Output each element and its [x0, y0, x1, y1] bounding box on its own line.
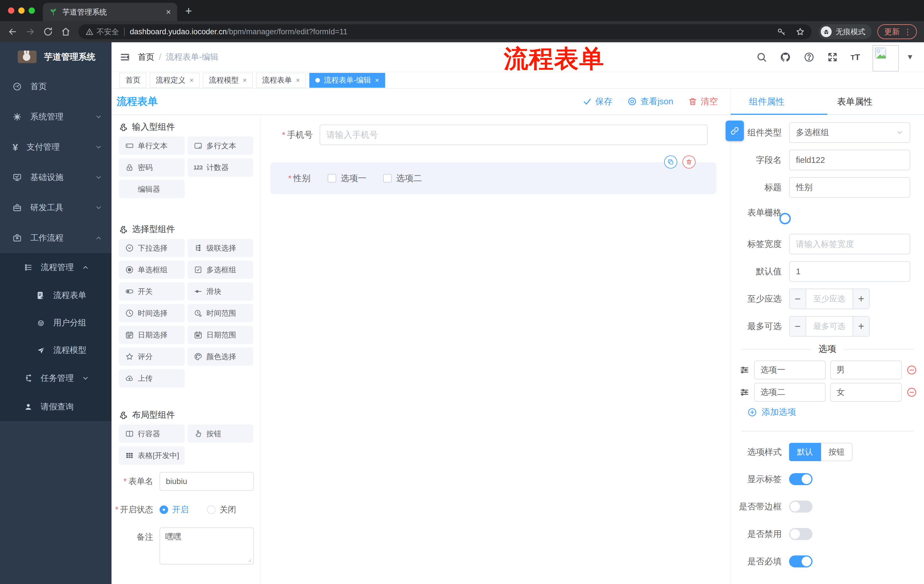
label-width-input[interactable]	[789, 234, 910, 254]
save-button[interactable]: 保存	[582, 96, 612, 107]
phone-input[interactable]	[320, 125, 708, 145]
avatar-caret-icon[interactable]: ▼	[906, 53, 914, 61]
disabled-switch[interactable]	[789, 528, 812, 540]
component-editor[interactable]: 编辑器	[119, 180, 185, 198]
checkbox-box[interactable]	[383, 174, 392, 183]
tab-form-props[interactable]: 表单属性	[837, 89, 873, 115]
window-zoom-button[interactable]	[29, 7, 35, 14]
style-default-button[interactable]: 默认	[789, 443, 821, 461]
component-cascader[interactable]: 级联选择	[188, 239, 253, 257]
sidebar-item-system[interactable]: 系统管理	[0, 102, 112, 132]
required-switch[interactable]	[789, 555, 812, 568]
view-json-button[interactable]: 查看json	[627, 96, 673, 107]
sidebar-item-user-group[interactable]: 用户分组	[0, 309, 112, 337]
remove-option-button[interactable]	[906, 387, 917, 398]
show-label-switch[interactable]	[789, 473, 812, 485]
plus-button[interactable]: +	[853, 289, 869, 309]
view-tab-process-definition[interactable]: 流程定义×	[150, 73, 200, 88]
component-time-range[interactable]: 时间范围	[188, 304, 253, 322]
gender-option-2[interactable]: 选项二	[383, 173, 422, 184]
view-tab-process-form[interactable]: 流程表单×	[256, 73, 306, 88]
tab-close-icon[interactable]: ×	[296, 76, 300, 84]
sidebar-item-process-model[interactable]: 流程模型	[0, 337, 112, 364]
sidebar-item-payment[interactable]: ¥ 支付管理	[0, 132, 112, 162]
avatar[interactable]	[873, 45, 899, 71]
title-input[interactable]	[789, 177, 910, 198]
help-icon[interactable]	[804, 52, 815, 63]
component-date-range[interactable]: 日期范围	[188, 326, 253, 344]
sidebar-item-devtools[interactable]: 研发工具	[0, 192, 112, 223]
back-icon[interactable]	[7, 26, 18, 37]
forward-icon[interactable]	[25, 26, 35, 37]
component-color[interactable]: 颜色选择	[188, 347, 253, 366]
min-select-placeholder[interactable]: 至少应选	[806, 289, 853, 309]
view-tab-process-form-edit[interactable]: 流程表单-编辑×	[309, 73, 385, 88]
style-button-button[interactable]: 按钮	[821, 443, 853, 461]
fullscreen-icon[interactable]	[827, 52, 838, 63]
resize-grip-icon[interactable]	[247, 558, 252, 562]
search-icon[interactable]	[756, 52, 767, 63]
delete-field-button[interactable]	[682, 155, 696, 169]
sidebar-item-process-form[interactable]: 流程表单	[0, 282, 112, 309]
sidebar-logo[interactable]: 芋道管理系统	[0, 42, 112, 71]
option-value-input[interactable]	[830, 360, 902, 380]
reload-icon[interactable]	[43, 26, 53, 37]
component-button[interactable]: 按钮	[188, 424, 253, 443]
remove-option-button[interactable]	[906, 365, 917, 375]
option-name-input[interactable]	[754, 383, 826, 402]
field-name-input[interactable]	[789, 150, 910, 170]
tab-close-icon[interactable]: ×	[243, 76, 247, 84]
security-label[interactable]: 不安全	[97, 27, 119, 37]
plus-button[interactable]: +	[853, 317, 869, 336]
sidebar-item-home[interactable]: 首页	[0, 71, 112, 102]
github-icon[interactable]	[780, 51, 791, 63]
component-single-text[interactable]: 单行文本	[119, 137, 185, 155]
breadcrumb-home[interactable]: 首页	[138, 51, 154, 63]
tab-close-icon[interactable]: ×	[166, 7, 171, 17]
component-date[interactable]: 日期选择	[119, 326, 185, 344]
component-multi-text[interactable]: 多行文本	[188, 137, 253, 155]
component-checkbox-group[interactable]: 多选框组	[188, 261, 253, 279]
component-table[interactable]: 表格[开发中]	[119, 446, 185, 465]
view-tab-home[interactable]: 首页	[119, 73, 146, 88]
add-option-button[interactable]: 添加选项	[747, 406, 796, 418]
drag-handle-icon[interactable]	[739, 365, 750, 375]
component-rate[interactable]: 评分	[119, 347, 185, 366]
default-value-input[interactable]	[789, 261, 910, 282]
window-minimize-button[interactable]	[18, 7, 25, 14]
component-slider[interactable]: 滑块	[188, 282, 253, 301]
duplicate-field-button[interactable]	[664, 155, 677, 169]
font-size-icon[interactable]: TT	[851, 52, 860, 62]
canvas-field-phone[interactable]: *手机号	[271, 125, 708, 145]
sidebar-item-infra[interactable]: 基础设施	[0, 162, 112, 192]
component-radio-group[interactable]: 单选框组	[119, 261, 185, 279]
address-bar[interactable]: 不安全 dashboard.yudao.iocoder.cn/bpm/manag…	[78, 24, 812, 39]
component-switch[interactable]: 开关	[119, 282, 185, 301]
component-counter[interactable]: 123 计数器	[188, 158, 253, 176]
sidebar-item-task-mgmt[interactable]: 任务管理	[0, 364, 112, 393]
view-tab-process-model[interactable]: 流程模型×	[203, 73, 253, 88]
component-row-container[interactable]: 行容器	[119, 424, 185, 443]
sidebar-item-workflow[interactable]: 工作流程	[0, 223, 112, 253]
clear-button[interactable]: 清空	[688, 96, 718, 107]
border-switch[interactable]	[789, 500, 812, 513]
browser-menu-icon[interactable]: ⋮	[904, 27, 912, 36]
tab-close-icon[interactable]: ×	[190, 76, 193, 84]
drag-handle-icon[interactable]	[739, 387, 750, 397]
component-time[interactable]: 时间选择	[119, 304, 185, 322]
page-url[interactable]: dashboard.yudao.iocoder.cn/bpm/manager/f…	[130, 28, 347, 36]
form-remark-textarea[interactable]: 嘿嘿	[160, 527, 254, 564]
sidebar-collapse-icon[interactable]	[119, 52, 130, 63]
status-radio-off[interactable]: 关闭	[207, 504, 236, 515]
sidebar-item-process-mgmt[interactable]: 流程管理	[0, 253, 112, 282]
new-tab-button[interactable]: +	[185, 5, 192, 16]
canvas-field-gender-selected[interactable]: *性别 选项一 选项二	[271, 162, 716, 194]
option-name-input[interactable]	[754, 360, 826, 380]
tab-close-icon[interactable]: ×	[375, 76, 379, 84]
minus-button[interactable]: −	[790, 289, 806, 309]
form-canvas[interactable]: *手机号	[261, 115, 731, 584]
bookmark-star-icon[interactable]	[795, 27, 805, 36]
component-password[interactable]: 密码	[119, 158, 185, 176]
window-close-button[interactable]	[8, 7, 14, 14]
checkbox-box[interactable]	[328, 174, 336, 183]
